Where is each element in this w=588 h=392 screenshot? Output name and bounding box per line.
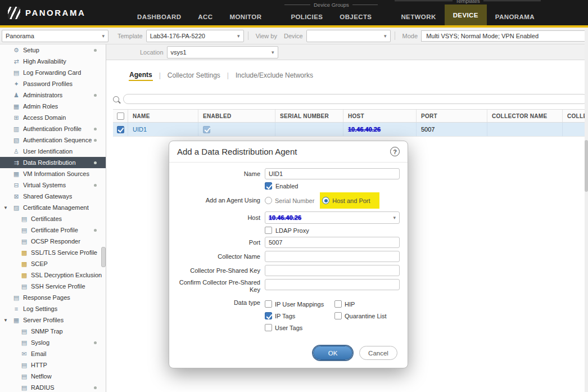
sidebar-item-server-profiles[interactable]: ▼▦Server Profiles <box>0 314 106 326</box>
help-icon[interactable]: ? <box>390 147 400 156</box>
col-collector-name[interactable]: COLLECTOR NAME <box>487 110 563 122</box>
sidebar-item-email[interactable]: ✉Email <box>0 348 106 359</box>
tab-include-exclude-networks[interactable]: Include/Exclude Networks <box>235 70 314 80</box>
nav-acc[interactable]: ACC <box>189 8 221 25</box>
datatype-label: IP User Mappings <box>275 301 324 308</box>
sidebar-item-radius[interactable]: ▤RADIUS <box>0 382 106 392</box>
sidebar-item-netflow[interactable]: ▤Netflow <box>0 371 106 382</box>
sidebar-item-authentication-sequence[interactable]: ▧Authentication Sequence <box>0 134 106 146</box>
sidebar-item-virtual-systems[interactable]: ⊟Virtual Systems <box>0 179 106 191</box>
agent-name-link[interactable]: UID1 <box>133 126 147 133</box>
sidebar-item-label: SNMP Trap <box>31 328 63 335</box>
nav-dashboard[interactable]: DASHBOARD <box>129 8 189 25</box>
sidebar-item-user-identification[interactable]: ♙User Identification <box>0 146 106 157</box>
sidebar-item-label: OCSP Responder <box>31 238 80 245</box>
collector-key-input[interactable] <box>265 265 400 276</box>
chevron-down-icon[interactable]: ▼ <box>3 205 8 210</box>
agents-table: NAME ENABLED SERIAL NUMBER HOST PORT COL… <box>113 109 588 137</box>
sidebar-item-label: Response Pages <box>23 294 70 301</box>
sidebar-item-setup[interactable]: ⚙Setup <box>0 44 106 56</box>
sidebar-item-administrators[interactable]: ♟Administrators <box>0 89 106 101</box>
tab-agents[interactable]: Agents <box>129 70 153 81</box>
sidebar-item-ocsp-responder[interactable]: ▤OCSP Responder <box>0 236 106 247</box>
sidebar-item-access-domain[interactable]: ⊞Access Domain <box>0 112 106 123</box>
sidebar-item-syslog[interactable]: ▤Syslog <box>0 337 106 348</box>
datatype-label: IP Tags <box>275 313 295 319</box>
sidebar-item-ssl-decryption-exclusion[interactable]: ▩SSL Decryption Exclusion <box>0 269 106 281</box>
ldap-proxy-checkbox[interactable] <box>265 227 272 234</box>
col-enabled[interactable]: ENABLED <box>198 110 275 122</box>
sidebar-item-ssh-service-profile[interactable]: ▤SSH Service Profile <box>0 281 106 292</box>
sidebar-item-data-redistribution[interactable]: ⇉Data Redistribution <box>0 157 106 168</box>
context-selector[interactable]: Panorama ▾ <box>2 30 108 42</box>
serial-number-radio-label[interactable]: Serial Number <box>275 197 314 204</box>
ssh-service-profile-icon: ▤ <box>20 283 28 290</box>
col-port[interactable]: PORT <box>417 110 487 122</box>
confirm-key-input[interactable] <box>265 279 400 290</box>
sidebar-item-http[interactable]: ▤HTTP <box>0 359 106 371</box>
search-input[interactable] <box>123 94 588 104</box>
nav-device[interactable]: DEVICE <box>445 4 487 25</box>
col-name[interactable]: NAME <box>128 110 198 122</box>
sidebar-item-scep[interactable]: ▩SCEP <box>0 258 106 269</box>
host-combobox[interactable]: 10.46.40.26 ▾ <box>265 211 400 224</box>
row-select-checkbox[interactable] <box>117 126 124 133</box>
sidebar-item-label: Setup <box>23 47 39 53</box>
template-select[interactable]: Lab34-176-PA-5220 ▾ <box>146 30 244 42</box>
cancel-button[interactable]: Cancel <box>359 346 397 360</box>
name-label: Name <box>177 170 265 178</box>
hip-checkbox[interactable] <box>334 300 342 308</box>
sidebar-item-certificate-profile[interactable]: ▤Certificate Profile <box>0 224 106 236</box>
template-status-dot <box>94 341 97 344</box>
table-row[interactable]: UID1 10.46.40.26 5007 <box>113 123 588 137</box>
nav-monitor[interactable]: MONITOR <box>221 8 270 25</box>
chevron-down-icon: ▾ <box>237 33 240 39</box>
port-input[interactable] <box>265 237 400 248</box>
mode-label: Mode <box>402 33 418 39</box>
row-enabled-checkbox[interactable] <box>203 126 210 133</box>
sidebar-resize-handle[interactable] <box>101 247 106 267</box>
col-serial-number[interactable]: SERIAL NUMBER <box>275 110 343 122</box>
sidebar-item-snmp-trap[interactable]: ▤SNMP Trap <box>0 326 106 337</box>
sidebar-item-authentication-profile[interactable]: ▥Authentication Profile <box>0 123 106 134</box>
col-host[interactable]: HOST <box>343 110 417 122</box>
ok-button[interactable]: OK <box>313 346 352 360</box>
ip-tags-checkbox[interactable] <box>265 312 272 319</box>
nav-panorama[interactable]: PANORAMA <box>487 8 543 25</box>
sidebar-item-ssl-tls-service-profile[interactable]: ▩SSL/TLS Service Profile <box>0 247 106 258</box>
ocsp-responder-icon: ▤ <box>20 238 28 245</box>
row-host-redacted: 10.46.40.26 <box>348 126 381 133</box>
enabled-checkbox[interactable] <box>265 182 272 190</box>
select-all-checkbox[interactable] <box>117 112 124 120</box>
user-tags-checkbox[interactable] <box>265 324 272 331</box>
sidebar-item-certificates[interactable]: ▤Certificates <box>0 213 106 224</box>
location-select[interactable]: vsys1 ▾ <box>167 46 278 58</box>
nav-objects[interactable]: OBJECTS <box>331 8 380 25</box>
template-status-dot <box>94 229 97 232</box>
scrollbar-thumb[interactable] <box>585 140 588 192</box>
sidebar-item-label: Password Profiles <box>23 80 73 87</box>
sidebar-item-response-pages[interactable]: ▤Response Pages <box>0 292 106 303</box>
sidebar-item-high-availability[interactable]: ⇄High Availability <box>0 56 106 67</box>
sidebar-item-vm-information-sources[interactable]: ▦VM Information Sources <box>0 168 106 179</box>
viewby-device-select[interactable]: ▾ <box>306 30 391 42</box>
host-and-port-radio[interactable] <box>322 197 329 204</box>
nav-policies[interactable]: POLICIES <box>282 8 331 25</box>
tab-collector-settings[interactable]: Collector Settings <box>167 70 221 80</box>
collector-name-input[interactable] <box>265 251 400 262</box>
serial-number-radio[interactable] <box>265 197 272 204</box>
sidebar-item-password-profiles[interactable]: ✦Password Profiles <box>0 78 106 89</box>
sidebar-item-log-forwarding-card[interactable]: ▤Log Forwarding Card <box>0 67 106 78</box>
quarantine-list-checkbox[interactable] <box>334 312 342 319</box>
response-pages-icon: ▤ <box>12 294 20 301</box>
sidebar-item-admin-roles[interactable]: ▦Admin Roles <box>0 101 106 112</box>
ip-user-mappings-checkbox[interactable] <box>265 300 272 308</box>
host-and-port-radio-label[interactable]: Host and Port <box>332 197 370 204</box>
sidebar-item-certificate-management[interactable]: ▼▨Certificate Management <box>0 202 106 213</box>
sidebar-item-log-settings[interactable]: ≡Log Settings <box>0 303 106 314</box>
name-input[interactable] <box>265 168 400 179</box>
sidebar-item-shared-gateways[interactable]: ⊠Shared Gateways <box>0 191 106 202</box>
chevron-down-icon[interactable]: ▼ <box>3 318 8 323</box>
nav-network[interactable]: NETWORK <box>392 8 444 25</box>
sidebar-item-label: Email <box>31 350 47 357</box>
